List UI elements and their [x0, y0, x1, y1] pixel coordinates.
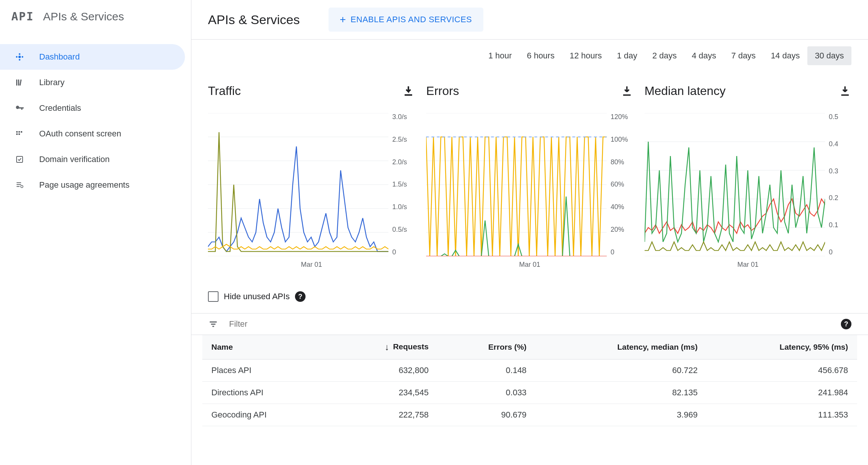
col-errors[interactable]: Errors (%) — [438, 335, 536, 359]
filter-row: ? — [191, 313, 868, 335]
enable-button-label: ENABLE APIS AND SERVICES — [351, 15, 472, 24]
sidebar-item-page-usage[interactable]: Page usage agreements — [0, 172, 191, 198]
download-icon[interactable] — [620, 85, 633, 98]
chart-y-axis: 120%100%80%60%40%20%0 — [607, 113, 633, 256]
check-box-icon — [14, 154, 25, 165]
table-row[interactable]: Places API632,8000.14860.722456.678 — [202, 359, 857, 382]
col-latency-95[interactable]: Latency, 95% (ms) — [707, 335, 857, 359]
sidebar-item-label: Library — [39, 78, 64, 87]
cell-errors: 0.033 — [438, 382, 536, 404]
svg-rect-10 — [18, 131, 20, 133]
svg-point-0 — [18, 56, 21, 58]
svg-rect-13 — [17, 156, 23, 162]
chart-latency: Median latency 0.50.40.30.20.10 Mar 01 — [645, 84, 851, 269]
time-range-option[interactable]: 4 days — [684, 46, 724, 65]
svg-rect-5 — [16, 80, 17, 86]
cell-latency_median: 3.969 — [536, 404, 707, 426]
sidebar-item-label: Page usage agreements — [39, 180, 130, 190]
sidebar-item-label: Dashboard — [39, 52, 80, 62]
col-requests[interactable]: ↓Requests — [330, 335, 438, 359]
time-range-option[interactable]: 14 days — [763, 46, 807, 65]
sidebar-item-label: OAuth consent screen — [39, 129, 121, 139]
sidebar-item-credentials[interactable]: Credentials — [0, 95, 191, 121]
svg-rect-34 — [841, 94, 849, 96]
sidebar-header: API APIs & Services — [0, 0, 191, 33]
sidebar-item-library[interactable]: Library — [0, 70, 191, 95]
chart-x-label: Mar 01 — [426, 261, 633, 269]
table-row[interactable]: Geocoding API222,75890.6793.969111.353 — [202, 404, 857, 426]
main-header: APIs & Services + ENABLE APIS AND SERVIC… — [191, 0, 868, 40]
cell-requests: 234,545 — [330, 382, 438, 404]
enable-apis-button[interactable]: + ENABLE APIS AND SERVICES — [329, 8, 483, 32]
svg-rect-16 — [17, 186, 20, 187]
sidebar-item-dashboard[interactable]: Dashboard — [0, 44, 185, 70]
cell-requests: 222,758 — [330, 404, 438, 426]
table-header-row: Name ↓Requests Errors (%) Latency, media… — [202, 335, 857, 359]
hide-unused-row: Hide unused APIs ? — [191, 280, 868, 313]
cell-errors: 90.679 — [438, 404, 536, 426]
sidebar-nav: Dashboard Library Credentials OAuth cons… — [0, 44, 191, 198]
download-icon[interactable] — [839, 85, 851, 98]
sidebar: API APIs & Services Dashboard Library — [0, 0, 191, 465]
svg-rect-41 — [210, 321, 217, 323]
svg-rect-12 — [21, 131, 22, 133]
sidebar-item-label: Domain verification — [39, 154, 110, 164]
svg-rect-14 — [17, 182, 21, 183]
svg-point-3 — [19, 53, 20, 55]
time-range-option[interactable]: 2 days — [645, 46, 684, 65]
page-settings-icon — [14, 180, 25, 190]
svg-point-17 — [21, 185, 23, 188]
filter-input[interactable] — [229, 319, 830, 329]
svg-point-1 — [16, 56, 17, 58]
col-name[interactable]: Name — [202, 335, 330, 359]
page-title: APIs & Services — [208, 12, 300, 27]
latency-chart-svg — [645, 113, 825, 256]
chart-traffic: Traffic 3.0/s2.5/s2.0/s1.5/s1.0/s0.5/s0 … — [208, 84, 415, 269]
chart-title: Errors — [426, 84, 459, 98]
api-logo: API — [11, 10, 34, 23]
help-icon[interactable]: ? — [295, 291, 306, 302]
key-icon — [14, 103, 25, 113]
cell-errors: 0.148 — [438, 359, 536, 382]
download-icon[interactable] — [402, 85, 415, 98]
dashboard-icon — [14, 52, 25, 62]
sidebar-item-domain[interactable]: Domain verification — [0, 147, 191, 172]
cell-latency_median: 60.722 — [536, 359, 707, 382]
chart-y-axis: 0.50.40.30.20.10 — [825, 113, 851, 256]
svg-point-2 — [21, 56, 23, 58]
svg-rect-11 — [18, 133, 20, 135]
sidebar-item-oauth[interactable]: OAuth consent screen — [0, 121, 191, 147]
time-range-option[interactable]: 12 hours — [562, 46, 610, 65]
cell-name: Places API — [202, 359, 330, 382]
cell-name: Directions API — [202, 382, 330, 404]
svg-rect-6 — [18, 80, 19, 86]
svg-rect-7 — [20, 80, 22, 86]
library-icon — [14, 77, 25, 88]
time-range-option[interactable]: 1 day — [610, 46, 645, 65]
cell-latency_median: 82.135 — [536, 382, 707, 404]
time-range-option[interactable]: 7 days — [724, 46, 763, 65]
svg-rect-9 — [16, 133, 18, 135]
time-range-option[interactable]: 1 hour — [481, 46, 519, 65]
chart-errors: Errors 120%100%80%60%40%20%0 Mar 01 — [426, 84, 633, 269]
hide-unused-label: Hide unused APIs — [224, 292, 290, 301]
svg-rect-15 — [17, 184, 21, 185]
hide-unused-checkbox[interactable] — [208, 291, 219, 302]
time-range-option[interactable]: 30 days — [807, 46, 851, 65]
cell-name: Geocoding API — [202, 404, 330, 426]
main-content: APIs & Services + ENABLE APIS AND SERVIC… — [191, 0, 868, 465]
time-range-option[interactable]: 6 hours — [520, 46, 562, 65]
cell-requests: 632,800 — [330, 359, 438, 382]
cell-latency_95: 111.353 — [707, 404, 857, 426]
consent-icon — [14, 128, 25, 139]
filter-icon[interactable] — [208, 319, 219, 329]
svg-rect-18 — [405, 94, 412, 96]
col-latency-median[interactable]: Latency, median (ms) — [536, 335, 707, 359]
svg-rect-8 — [16, 131, 18, 133]
chart-x-label: Mar 01 — [645, 261, 851, 269]
errors-chart-svg — [426, 113, 607, 256]
time-range-selector: 1 hour6 hours12 hours1 day2 days4 days7 … — [191, 40, 868, 65]
table-row[interactable]: Directions API234,5450.03382.135241.984 — [202, 382, 857, 404]
svg-point-4 — [19, 59, 20, 60]
help-icon[interactable]: ? — [841, 319, 851, 329]
